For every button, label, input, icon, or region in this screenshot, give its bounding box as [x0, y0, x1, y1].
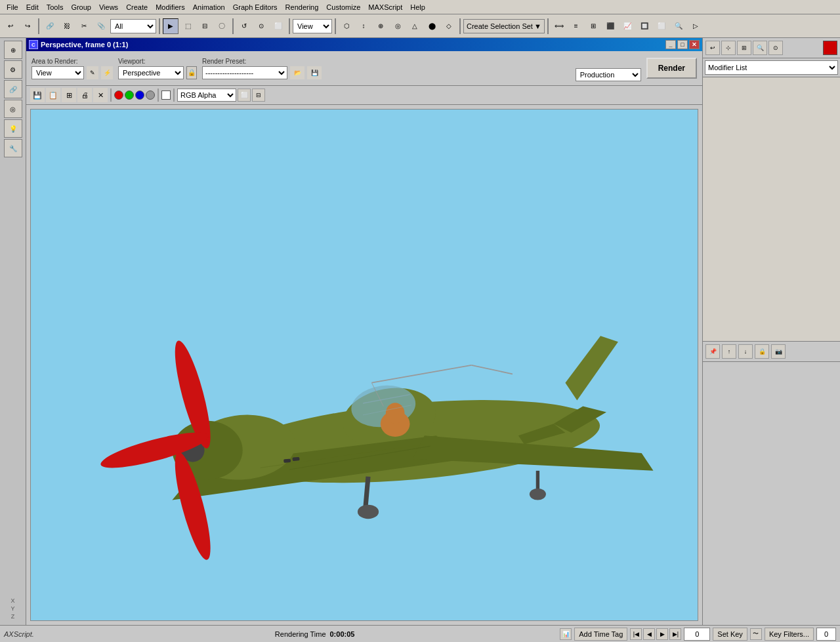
- align-btn[interactable]: ≡: [568, 18, 584, 34]
- anim-prev-key-btn[interactable]: |◀: [630, 628, 642, 640]
- rt-btn-5[interactable]: ⊙: [768, 41, 783, 55]
- production-select[interactable]: Production Iterative Draft: [576, 68, 641, 81]
- tool6-btn[interactable]: ⬤: [424, 18, 440, 34]
- minimize-btn[interactable]: _: [665, 40, 676, 49]
- bind-space-warp-btn[interactable]: 📎: [93, 18, 109, 34]
- red-channel-btn[interactable]: [114, 90, 123, 100]
- preset-load-btn[interactable]: 📂: [290, 66, 304, 79]
- lasso-btn[interactable]: 〇: [214, 18, 230, 34]
- mirror-btn[interactable]: ⟺: [551, 18, 567, 34]
- key-wave-icon[interactable]: 〜: [750, 628, 762, 640]
- clone-btn[interactable]: ⊞: [62, 88, 76, 102]
- blue-channel-btn[interactable]: [135, 90, 144, 100]
- menu-maxscript[interactable]: MAXScript: [364, 2, 406, 12]
- create-selection-set-btn[interactable]: Create Selection Set ▼: [463, 19, 545, 33]
- reset-btn[interactable]: ⊙: [253, 18, 269, 34]
- area-to-render-select[interactable]: View Selected Region: [32, 66, 84, 79]
- save-image-btn[interactable]: 💾: [30, 88, 45, 102]
- channel-mono-btn[interactable]: ⬜: [238, 89, 251, 102]
- quick-render-btn[interactable]: ▷: [688, 18, 704, 34]
- utilities-panel-btn[interactable]: 🔧: [4, 139, 22, 157]
- material-btn[interactable]: ⬜: [654, 18, 669, 34]
- render-explorer-btn[interactable]: 🔍: [671, 18, 686, 34]
- mod-lock-btn[interactable]: 🔒: [755, 344, 769, 359]
- view-select[interactable]: View: [293, 19, 332, 33]
- area-auto-btn[interactable]: ⚡: [101, 66, 113, 79]
- viewport-lock-btn[interactable]: 🔒: [186, 66, 197, 79]
- display-panel-btn[interactable]: 💡: [4, 119, 22, 138]
- add-time-tag-btn[interactable]: Add Time Tag: [574, 628, 627, 641]
- rt-btn-2[interactable]: ⊹: [721, 41, 736, 55]
- tool3-btn[interactable]: ⊕: [373, 18, 388, 34]
- menu-help[interactable]: Help: [406, 2, 429, 12]
- menu-group[interactable]: Group: [67, 2, 95, 12]
- set-key-btn[interactable]: Set Key: [713, 628, 747, 641]
- frame-input[interactable]: [684, 628, 710, 641]
- anim-play-btn[interactable]: ▶: [656, 628, 668, 640]
- channel-select[interactable]: RGB Alpha RGB Alpha: [177, 89, 236, 102]
- render-button[interactable]: Render: [646, 58, 697, 79]
- create-selection-set-dropdown-icon[interactable]: ▼: [534, 22, 541, 30]
- undo-btn[interactable]: ↩: [3, 18, 18, 34]
- menu-rendering[interactable]: Rendering: [282, 2, 323, 12]
- select-link-btn[interactable]: ⛓: [59, 18, 75, 34]
- white-bg-btn[interactable]: [161, 90, 171, 100]
- gray-channel-btn[interactable]: [146, 90, 155, 100]
- color-swatch[interactable]: [823, 41, 837, 55]
- preset-save-btn[interactable]: 💾: [307, 66, 322, 79]
- tool5-btn[interactable]: △: [407, 18, 423, 34]
- menu-views[interactable]: Views: [95, 2, 122, 12]
- layer-btn[interactable]: ⬛: [602, 18, 618, 34]
- menu-create[interactable]: Create: [122, 2, 152, 12]
- menu-modifiers[interactable]: Modifiers: [152, 2, 189, 12]
- green-channel-btn[interactable]: [125, 90, 134, 100]
- area-edit-btn[interactable]: ✎: [87, 66, 98, 79]
- modifier-list-select[interactable]: Modifier List: [705, 60, 838, 75]
- menu-file[interactable]: File: [3, 2, 22, 12]
- rt-btn-3[interactable]: ⊞: [737, 41, 751, 55]
- rt-btn-1[interactable]: ↩: [705, 41, 720, 55]
- viewport-select[interactable]: Perspective Top Front Left: [118, 66, 184, 79]
- scale-btn[interactable]: ⬜: [270, 18, 286, 34]
- hierarchy-panel-btn[interactable]: 🔗: [4, 80, 22, 98]
- print-btn[interactable]: 🖨: [77, 88, 92, 102]
- filter-select[interactable]: All: [110, 19, 156, 33]
- maximize-btn[interactable]: □: [677, 40, 688, 49]
- mod-down-btn[interactable]: ↓: [738, 344, 753, 359]
- mod-up-btn[interactable]: ↑: [722, 344, 736, 359]
- frame-counter[interactable]: [816, 628, 836, 641]
- select-region-btn[interactable]: ⬚: [180, 18, 196, 34]
- rt-btn-4[interactable]: 🔍: [753, 41, 767, 55]
- menu-customize[interactable]: Customize: [322, 2, 364, 12]
- select-region2-btn[interactable]: ⊟: [197, 18, 213, 34]
- array-btn[interactable]: ⊞: [585, 18, 601, 34]
- mod-camera-btn[interactable]: 📷: [771, 344, 786, 359]
- tool1-btn[interactable]: ⬡: [339, 18, 354, 34]
- schematic-btn[interactable]: 🔲: [637, 18, 652, 34]
- redo-btn[interactable]: ↪: [20, 18, 35, 34]
- tool7-btn[interactable]: ◇: [441, 18, 457, 34]
- close-btn[interactable]: ✕: [689, 40, 700, 49]
- key-filters-btn[interactable]: Key Filters...: [765, 628, 814, 641]
- select-obj-btn[interactable]: 🔗: [42, 18, 58, 34]
- clear-btn[interactable]: ✕: [93, 88, 108, 102]
- motion-panel-btn[interactable]: ◎: [4, 100, 22, 118]
- anim-play-back-btn[interactable]: ◀: [643, 628, 655, 640]
- modify-panel-btn[interactable]: ⚙: [4, 60, 22, 79]
- select-btn[interactable]: ▶: [163, 18, 178, 34]
- tool4-btn[interactable]: ◎: [390, 18, 406, 34]
- create-panel-btn[interactable]: ⊕: [4, 41, 22, 59]
- unlink-btn[interactable]: ✂: [76, 18, 92, 34]
- menu-animation[interactable]: Animation: [189, 2, 229, 12]
- render-preset-select[interactable]: --------------------: [202, 66, 287, 79]
- save-copy-btn[interactable]: 📋: [46, 88, 60, 102]
- channel-split-btn[interactable]: ⊟: [252, 89, 265, 102]
- anim-next-key-btn[interactable]: ▶|: [669, 628, 681, 640]
- mod-pin-btn[interactable]: 📌: [705, 344, 720, 359]
- menu-graph-editors[interactable]: Graph Editors: [229, 2, 282, 12]
- menu-tools[interactable]: Tools: [43, 2, 68, 12]
- rotate-btn[interactable]: ↺: [236, 18, 252, 34]
- controller-icon[interactable]: 📊: [560, 628, 572, 640]
- menu-edit[interactable]: Edit: [22, 2, 43, 12]
- tool2-btn[interactable]: ↕: [356, 18, 371, 34]
